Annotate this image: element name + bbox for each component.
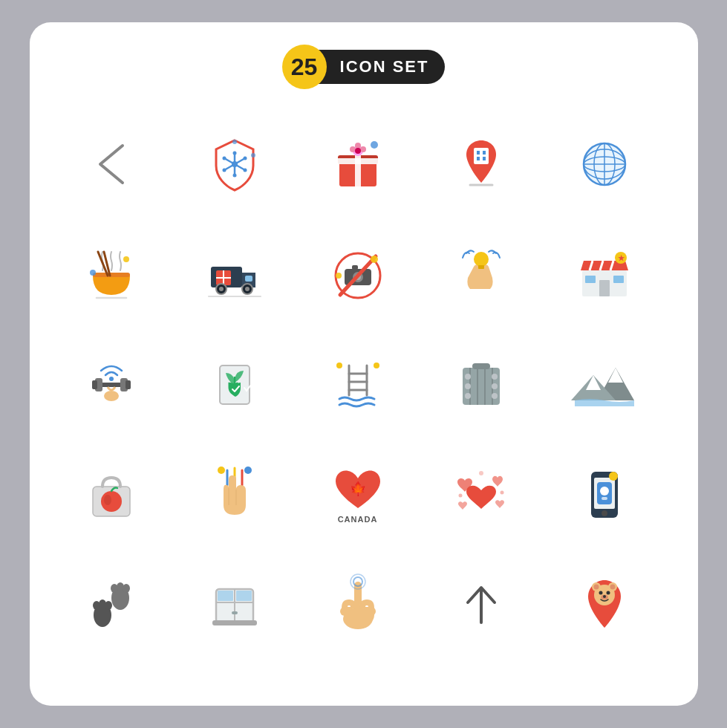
svg-rect-136	[232, 611, 238, 614]
svg-point-9	[232, 161, 238, 167]
svg-point-3	[232, 152, 236, 155]
svg-point-5	[222, 157, 226, 160]
icon-hand-touch	[306, 556, 410, 652]
icon-mobile-app	[552, 446, 656, 542]
svg-point-114	[479, 471, 483, 475]
svg-point-102	[101, 491, 122, 512]
svg-point-18	[350, 146, 356, 152]
svg-point-109	[218, 467, 225, 474]
icon-gift-truck	[183, 226, 287, 322]
svg-point-46	[219, 287, 224, 291]
svg-point-4	[232, 174, 236, 178]
svg-point-113	[500, 491, 503, 495]
svg-rect-69	[100, 383, 123, 387]
svg-point-117	[602, 510, 607, 516]
svg-marker-98	[608, 368, 623, 383]
svg-point-95	[492, 393, 498, 399]
badge-title: ICON SET	[318, 50, 446, 84]
svg-point-84	[374, 363, 379, 368]
canada-label: CANADA	[338, 515, 378, 524]
svg-point-150	[603, 595, 606, 598]
svg-rect-22	[474, 148, 489, 164]
svg-point-17	[355, 143, 361, 149]
icon-idea-hand	[429, 226, 533, 322]
svg-point-19	[360, 146, 366, 152]
svg-point-94	[492, 383, 498, 389]
svg-point-148	[606, 591, 610, 595]
svg-point-7	[222, 169, 226, 172]
icon-no-camera	[306, 226, 410, 322]
svg-point-112	[458, 494, 462, 498]
svg-rect-59	[478, 265, 484, 269]
svg-point-58	[474, 252, 489, 267]
svg-point-57	[336, 273, 342, 279]
svg-text:★: ★	[617, 254, 625, 262]
svg-rect-26	[483, 157, 486, 160]
svg-point-138	[343, 608, 373, 629]
svg-rect-54	[352, 265, 358, 270]
icon-window	[183, 556, 287, 652]
svg-rect-66	[613, 276, 624, 283]
svg-point-103	[104, 495, 111, 505]
icon-noodles	[59, 226, 163, 322]
svg-point-90	[465, 374, 471, 380]
svg-point-91	[465, 383, 471, 389]
svg-point-48	[245, 287, 250, 291]
svg-text:🍁: 🍁	[350, 481, 367, 497]
icon-globe	[552, 116, 656, 212]
svg-point-38	[90, 270, 96, 276]
icon-fitness-wifi	[59, 336, 163, 432]
svg-rect-25	[477, 157, 480, 160]
svg-point-92	[465, 393, 471, 399]
svg-rect-133	[218, 591, 233, 601]
svg-rect-134	[236, 591, 252, 601]
main-card: 25 ICON SET	[30, 22, 698, 706]
svg-point-146	[610, 585, 615, 590]
icon-plant-shield	[183, 336, 287, 432]
svg-rect-120	[602, 497, 607, 500]
svg-point-110	[244, 467, 252, 474]
svg-rect-23	[477, 151, 480, 155]
svg-point-20	[355, 148, 361, 154]
icon-swimming-pool	[306, 336, 410, 432]
icon-apple-bag	[59, 446, 163, 542]
icon-canada-heart: 🍁 CANADA	[306, 446, 410, 542]
icon-footprints	[59, 556, 163, 652]
svg-point-147	[599, 591, 602, 595]
icon-hand-pointing	[183, 446, 287, 542]
svg-rect-41	[245, 276, 252, 282]
svg-rect-15	[338, 158, 378, 164]
svg-point-129	[123, 584, 130, 593]
svg-point-21	[371, 141, 378, 149]
svg-point-93	[492, 374, 498, 380]
svg-point-145	[593, 585, 599, 590]
icon-store: ★	[552, 226, 656, 322]
svg-rect-34	[93, 273, 130, 277]
svg-point-83	[336, 363, 342, 368]
icon-map-pin-building	[429, 116, 533, 212]
icon-shield-star	[183, 116, 287, 212]
icon-map-pin-bear	[552, 556, 656, 652]
svg-rect-73	[125, 380, 131, 389]
icon-gift-box	[306, 116, 410, 212]
icon-arrow-up	[429, 556, 533, 652]
svg-rect-72	[92, 380, 97, 389]
svg-point-119	[600, 487, 609, 495]
icons-grid: ★	[59, 116, 668, 652]
svg-point-121	[609, 472, 618, 481]
icon-mountains	[552, 336, 656, 432]
svg-rect-24	[483, 151, 486, 155]
svg-point-11	[251, 153, 255, 157]
svg-point-10	[232, 140, 237, 144]
svg-point-39	[123, 256, 129, 262]
svg-rect-96	[472, 363, 490, 369]
svg-rect-64	[599, 280, 610, 296]
svg-rect-135	[212, 620, 257, 625]
svg-point-75	[109, 377, 114, 381]
icon-accordion	[429, 336, 533, 432]
svg-point-8	[243, 157, 247, 160]
svg-point-125	[105, 601, 112, 610]
header: 25 ICON SET	[282, 45, 446, 89]
svg-point-6	[243, 169, 247, 172]
svg-point-56	[371, 256, 378, 263]
